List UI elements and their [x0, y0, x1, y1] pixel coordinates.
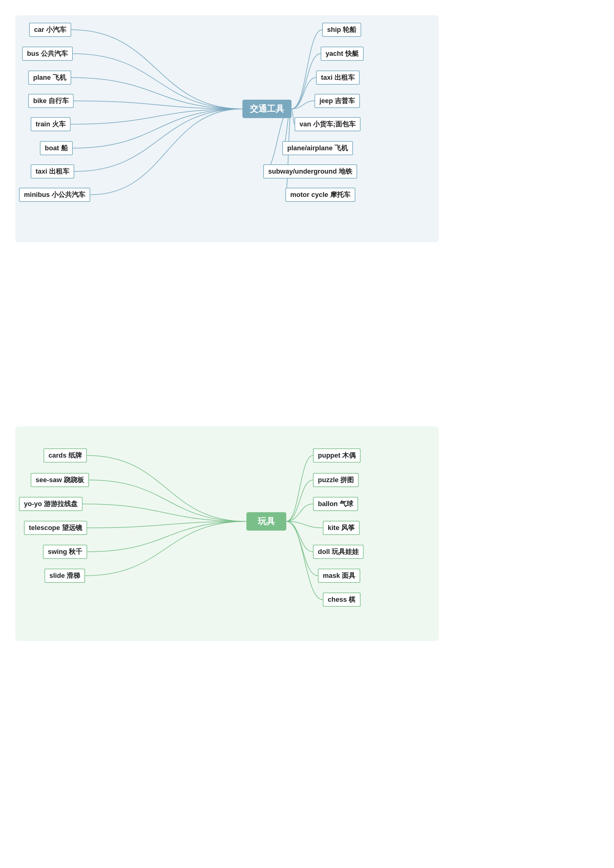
- toys-center-node: 玩具: [246, 512, 286, 531]
- leaf-airplane: plane/airplane 飞机: [282, 141, 353, 155]
- label-motorcycle: motor cycle 摩托车: [290, 190, 350, 199]
- label-doll: doll 玩具娃娃: [318, 547, 359, 556]
- leaf-minibus: minibus 小公共汽车: [19, 188, 90, 202]
- leaf-slide: slide 滑梯: [45, 569, 85, 583]
- leaf-cards: cards 纸牌: [44, 448, 87, 462]
- leaf-bus: bus 公共汽车: [22, 46, 73, 61]
- leaf-bike: bike 自行车: [28, 94, 74, 108]
- transport-center-node: 交通工具: [242, 100, 292, 118]
- leaf-plane1: plane 飞机: [28, 71, 71, 85]
- leaf-puzzle: puzzle 拼图: [313, 473, 359, 487]
- leaf-yoyo: yo-yo 游游拉线盘: [19, 497, 82, 511]
- label-van: van 小货车;面包车: [300, 119, 356, 129]
- leaf-subway: subway/underground 地铁: [263, 164, 357, 178]
- label-slide: slide 滑梯: [50, 571, 80, 580]
- diagram-container: 交通工具 car 小汽车 bus 公共汽车 plane 飞机 bike 自行车 …: [0, 0, 614, 868]
- label-subway: subway/underground 地铁: [268, 167, 352, 176]
- leaf-motorcycle: motor cycle 摩托车: [285, 188, 355, 202]
- leaf-ship: ship 轮船: [322, 23, 361, 37]
- leaf-ballon: ballon 气球: [313, 497, 358, 511]
- label-taxi2: taxi 出租车: [321, 73, 355, 82]
- label-telescope: telescope 望远镜: [29, 523, 82, 532]
- label-bike: bike 自行车: [33, 96, 69, 105]
- label-chess: chess 棋: [328, 595, 356, 604]
- label-puzzle: puzzle 拼图: [318, 476, 354, 485]
- leaf-taxi2: taxi 出租车: [316, 71, 360, 85]
- transport-section-bg: [16, 16, 439, 242]
- label-boat: boat 船: [45, 144, 68, 153]
- label-car: car 小汽车: [34, 25, 66, 34]
- label-plane1: plane 飞机: [33, 73, 66, 82]
- label-kite: kite 风筝: [328, 523, 355, 532]
- label-swing: swing 秋千: [48, 547, 82, 556]
- leaf-boat: boat 船: [40, 141, 73, 155]
- leaf-train: train 火车: [31, 117, 71, 131]
- label-taxi1: taxi 出租车: [36, 167, 69, 176]
- leaf-puppet: puppet 木偶: [313, 448, 361, 462]
- leaf-mask: mask 面具: [318, 569, 360, 583]
- leaf-van: van 小货车;面包车: [295, 117, 361, 131]
- leaf-jeep: jeep 吉普车: [314, 94, 360, 108]
- leaf-car: car 小汽车: [29, 23, 71, 37]
- leaf-seesaw: see-saw 跷跷板: [31, 473, 89, 487]
- label-yoyo: yo-yo 游游拉线盘: [24, 499, 78, 508]
- label-airplane: plane/airplane 飞机: [287, 144, 348, 153]
- leaf-taxi1: taxi 出租车: [31, 164, 74, 178]
- label-puppet: puppet 木偶: [318, 451, 356, 460]
- leaf-swing: swing 秋千: [43, 545, 87, 559]
- label-seesaw: see-saw 跷跷板: [36, 476, 84, 485]
- leaf-doll: doll 玩具娃娃: [313, 545, 364, 559]
- label-bus: bus 公共汽车: [27, 49, 68, 58]
- toys-title: 玩具: [258, 516, 275, 527]
- leaf-yacht: yacht 快艇: [321, 46, 364, 61]
- label-ship: ship 轮船: [327, 25, 356, 34]
- label-jeep: jeep 吉普车: [319, 96, 355, 105]
- label-cards: cards 纸牌: [48, 451, 82, 460]
- label-ballon: ballon 气球: [318, 499, 353, 508]
- label-yacht: yacht 快艇: [326, 49, 359, 58]
- leaf-chess: chess 棋: [323, 592, 361, 607]
- transport-title: 交通工具: [250, 103, 284, 115]
- leaf-kite: kite 风筝: [323, 521, 360, 535]
- leaf-telescope: telescope 望远镜: [24, 521, 87, 535]
- label-train: train 火车: [36, 119, 66, 129]
- label-minibus: minibus 小公共汽车: [24, 190, 85, 199]
- label-mask: mask 面具: [323, 571, 355, 580]
